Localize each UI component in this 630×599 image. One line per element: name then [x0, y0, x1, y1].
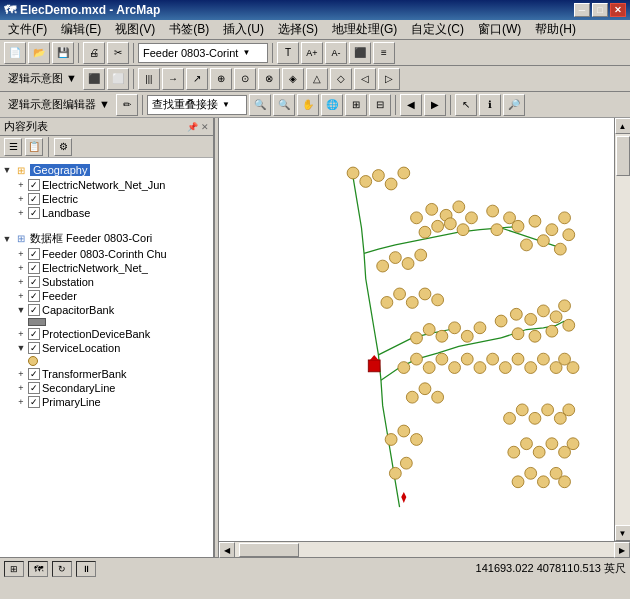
item-checkbox-feeder0803[interactable]	[28, 248, 40, 260]
toc-item-transformerbank[interactable]: + TransformerBank	[0, 367, 213, 381]
toc-group-geography-header[interactable]: ▼ ⊞ Geography	[0, 162, 213, 178]
close-button[interactable]: ✕	[610, 3, 626, 17]
item-checkbox-electricnetwork-jun[interactable]	[28, 179, 40, 191]
maximize-button[interactable]: □	[592, 3, 608, 17]
logic-btn9[interactable]: ◈	[282, 68, 304, 90]
find-overlap-dropdown[interactable]: 查找重叠接接 ▼	[147, 95, 247, 115]
tool-select[interactable]: ↖	[455, 94, 477, 116]
print-button[interactable]: 🖨	[83, 42, 105, 64]
menu-custom[interactable]: 自定义(C)	[405, 19, 470, 40]
logic-btn7[interactable]: ⊙	[234, 68, 256, 90]
scroll-thumb-h[interactable]	[239, 543, 299, 557]
logic-btn6[interactable]: ⊕	[210, 68, 232, 90]
scroll-down-button[interactable]: ▼	[615, 525, 631, 541]
feeder-dropdown[interactable]: Feeder 0803-Corint ▼	[138, 43, 268, 63]
logic-btn12[interactable]: ◁	[354, 68, 376, 90]
menu-insert[interactable]: 插入(U)	[217, 19, 270, 40]
menu-edit[interactable]: 编辑(E)	[55, 19, 107, 40]
item-checkbox-landbase[interactable]	[28, 207, 40, 219]
menu-select[interactable]: 选择(S)	[272, 19, 324, 40]
tool-forward[interactable]: ▶	[424, 94, 446, 116]
editor-btn1[interactable]: ✏	[116, 94, 138, 116]
save-button[interactable]: 💾	[52, 42, 74, 64]
svg-point-21	[512, 328, 524, 340]
map-container: ▲ ▼ ◀ ▶	[219, 118, 630, 557]
toc-item-landbase[interactable]: + Landbase	[0, 206, 213, 220]
toc-item-feeder0803[interactable]: + Feeder 0803-Corinth Chu	[0, 247, 213, 261]
btn-t2[interactable]: A+	[301, 42, 323, 64]
btn-t1[interactable]: T	[277, 42, 299, 64]
item-checkbox-feeder[interactable]	[28, 290, 40, 302]
map-view[interactable]	[219, 118, 614, 541]
tool-back[interactable]: ◀	[400, 94, 422, 116]
toc-item-substation[interactable]: + Substation	[0, 275, 213, 289]
tool-zoom-out[interactable]: 🔍	[273, 94, 295, 116]
open-button[interactable]: 📂	[28, 42, 50, 64]
minimize-button[interactable]: ─	[574, 3, 590, 17]
cut-button[interactable]: ✂	[107, 42, 129, 64]
scroll-thumb-v[interactable]	[616, 136, 630, 176]
toc-group-dataframe-header[interactable]: ▼ ⊞ 数据框 Feeder 0803-Cori	[0, 230, 213, 247]
toc-btn-source[interactable]: 📋	[25, 138, 43, 156]
tool-extent2[interactable]: ⊟	[369, 94, 391, 116]
item-checkbox-capacitorbank[interactable]	[28, 304, 40, 316]
tool-extent[interactable]: ⊞	[345, 94, 367, 116]
item-checkbox-protection[interactable]	[28, 328, 40, 340]
logic-btn13[interactable]: ▷	[378, 68, 400, 90]
btn-t3[interactable]: A-	[325, 42, 347, 64]
scroll-up-button[interactable]: ▲	[615, 118, 631, 134]
status-btn2[interactable]: 🗺	[28, 561, 48, 577]
logic-btn1[interactable]: ⬛	[83, 68, 105, 90]
toc-item-servicelocation[interactable]: ▼ ServiceLocation	[0, 341, 213, 355]
tool-identify[interactable]: 🔎	[503, 94, 525, 116]
logic-btn8[interactable]: ⊗	[258, 68, 280, 90]
logic-btn11[interactable]: ◇	[330, 68, 352, 90]
toc-item-primaryline[interactable]: + PrimaryLine	[0, 395, 213, 409]
menu-geoprocess[interactable]: 地理处理(G)	[326, 19, 403, 40]
svg-point-31	[466, 212, 478, 224]
item-checkbox-electric[interactable]	[28, 193, 40, 205]
logic-btn3[interactable]: |||	[138, 68, 160, 90]
tool-globe[interactable]: 🌐	[321, 94, 343, 116]
menu-view[interactable]: 视图(V)	[109, 19, 161, 40]
status-btn3[interactable]: ↻	[52, 561, 72, 577]
btn-t4[interactable]: ⬛	[349, 42, 371, 64]
logic-btn5[interactable]: ↗	[186, 68, 208, 90]
status-btn1[interactable]: ⊞	[4, 561, 24, 577]
status-btn4[interactable]: ⏸	[76, 561, 96, 577]
item-checkbox-service[interactable]	[28, 342, 40, 354]
toc-btn-list[interactable]: ☰	[4, 138, 22, 156]
logic-btn4[interactable]: →	[162, 68, 184, 90]
tool-hand[interactable]: ✋	[297, 94, 319, 116]
toc-item-electricnetwork[interactable]: + ElectricNetwork_Net_	[0, 261, 213, 275]
btn-t5[interactable]: ≡	[373, 42, 395, 64]
toc-item-electric[interactable]: + Electric	[0, 192, 213, 206]
item-checkbox-substation[interactable]	[28, 276, 40, 288]
toc-item-secondaryline[interactable]: + SecondaryLine	[0, 381, 213, 395]
svg-point-58	[487, 353, 499, 365]
item-checkbox-primary[interactable]	[28, 396, 40, 408]
item-checkbox-electricnetwork[interactable]	[28, 262, 40, 274]
item-checkbox-transformer[interactable]	[28, 368, 40, 380]
toc-item-protectiondevicebank[interactable]: + ProtectionDeviceBank	[0, 327, 213, 341]
item-expand-service: ▼	[16, 343, 26, 353]
toc-item-capacitorbank[interactable]: ▼ CapacitorBank	[0, 303, 213, 317]
toc-btn-options[interactable]: ⚙	[54, 138, 72, 156]
tool-zoom-in[interactable]: 🔍	[249, 94, 271, 116]
map-scrollbar-h-row: ◀ ▶	[219, 541, 630, 557]
toc-pin[interactable]: 📌 ✕	[187, 122, 209, 132]
toc-item-electricnetwork-jun[interactable]: + ElectricNetwork_Net_Jun	[0, 178, 213, 192]
menu-help[interactable]: 帮助(H)	[529, 19, 582, 40]
menu-bookmark[interactable]: 书签(B)	[163, 19, 215, 40]
toc-item-feeder[interactable]: + Feeder	[0, 289, 213, 303]
scroll-left-button[interactable]: ◀	[219, 542, 235, 558]
menu-window[interactable]: 窗口(W)	[472, 19, 527, 40]
logic-btn2[interactable]: ⬜	[107, 68, 129, 90]
menu-file[interactable]: 文件(F)	[2, 19, 53, 40]
scroll-right-button[interactable]: ▶	[614, 542, 630, 558]
item-checkbox-secondary[interactable]	[28, 382, 40, 394]
new-button[interactable]: 📄	[4, 42, 26, 64]
logic-btn10[interactable]: △	[306, 68, 328, 90]
svg-point-77	[542, 404, 554, 416]
tool-info[interactable]: ℹ	[479, 94, 501, 116]
